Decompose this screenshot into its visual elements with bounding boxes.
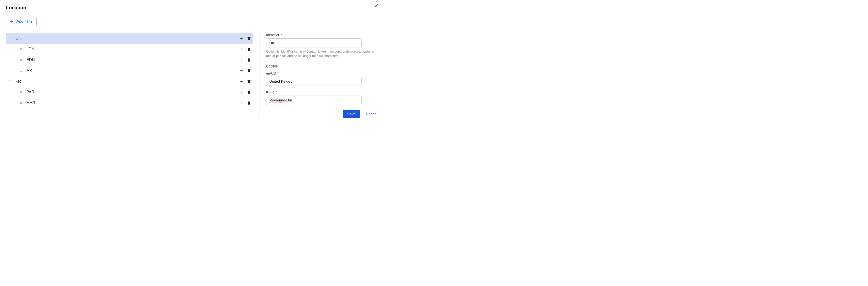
row-actions — [239, 101, 253, 105]
plus-icon — [239, 90, 243, 94]
save-button[interactable]: Save — [343, 110, 360, 118]
trash-icon — [247, 36, 251, 41]
tree-row-label: PAR — [26, 90, 239, 94]
drag-handle-icon[interactable] — [20, 101, 24, 105]
labels-heading: Labels — [266, 64, 377, 68]
delete-button[interactable] — [247, 68, 251, 73]
tree-row-label: MK — [26, 68, 239, 73]
tree-row-label: FR — [16, 79, 239, 83]
locale-label: en-US * — [266, 71, 377, 75]
drag-handle-icon[interactable] — [20, 90, 24, 94]
tree-row[interactable]: MAR — [6, 98, 253, 108]
identifier-label: Identifier * — [266, 33, 377, 37]
tree-row[interactable]: EDN — [6, 55, 253, 65]
plus-icon — [239, 36, 243, 41]
trash-icon — [247, 79, 251, 83]
plus-icon — [239, 58, 243, 62]
add-item-button[interactable]: Add item — [6, 17, 36, 26]
form-panel: Identifier * Option list identifier can … — [266, 33, 377, 118]
drag-handle-icon[interactable] — [9, 36, 13, 40]
row-actions — [239, 90, 253, 94]
row-actions — [239, 58, 253, 62]
plus-icon — [239, 79, 243, 83]
add-item-label: Add item — [17, 19, 32, 24]
plus-icon — [9, 19, 14, 24]
delete-button[interactable] — [247, 101, 251, 105]
drag-handle-icon[interactable] — [9, 79, 13, 83]
add-child-button[interactable] — [239, 36, 243, 41]
add-child-button[interactable] — [239, 68, 243, 73]
identifier-help-text: Option list identifier can only contain … — [266, 49, 377, 58]
plus-icon — [239, 101, 243, 105]
trash-icon — [247, 58, 251, 62]
add-child-button[interactable] — [239, 58, 243, 62]
locale-label: fr-FR * — [266, 90, 377, 94]
row-actions — [239, 36, 253, 41]
tree-row[interactable]: PAR — [6, 87, 253, 98]
delete-button[interactable] — [247, 58, 251, 62]
row-actions — [239, 79, 253, 83]
cancel-button[interactable]: Cancel — [366, 112, 377, 116]
delete-button[interactable] — [247, 36, 251, 41]
row-actions — [239, 47, 253, 51]
delete-button[interactable] — [247, 47, 251, 51]
locale-input-en-US[interactable] — [266, 77, 362, 86]
locale-input-fr-FR[interactable]: Royaume-Uni — [266, 96, 362, 105]
tree-row[interactable]: UK — [6, 33, 253, 44]
tree-row-label: EDN — [26, 58, 239, 62]
drag-handle-icon[interactable] — [20, 58, 24, 62]
panel-divider — [259, 33, 260, 118]
tree-row[interactable]: FR — [6, 76, 253, 87]
add-child-button[interactable] — [239, 90, 243, 94]
close-icon — [374, 3, 379, 8]
close-button[interactable] — [374, 3, 379, 9]
drag-handle-icon[interactable] — [20, 69, 24, 73]
identifier-input[interactable] — [266, 38, 362, 47]
tree-row[interactable]: LDN — [6, 44, 253, 55]
delete-button[interactable] — [247, 90, 251, 94]
trash-icon — [247, 90, 251, 94]
trash-icon — [247, 68, 251, 73]
row-actions — [239, 68, 253, 73]
trash-icon — [247, 47, 251, 51]
drag-handle-icon[interactable] — [20, 47, 24, 51]
page-title: Location — [6, 5, 377, 10]
add-child-button[interactable] — [239, 101, 243, 105]
delete-button[interactable] — [247, 79, 251, 83]
add-child-button[interactable] — [239, 47, 243, 51]
tree-panel: UKLDNEDNMKFRPARMAR — [6, 33, 253, 108]
trash-icon — [247, 101, 251, 105]
tree-row-label: LDN — [26, 47, 239, 51]
add-child-button[interactable] — [239, 79, 243, 83]
plus-icon — [239, 68, 243, 73]
tree-row-label: UK — [16, 36, 239, 41]
plus-icon — [239, 47, 243, 51]
tree-row-label: MAR — [26, 101, 239, 105]
tree-row[interactable]: MK — [6, 65, 253, 76]
